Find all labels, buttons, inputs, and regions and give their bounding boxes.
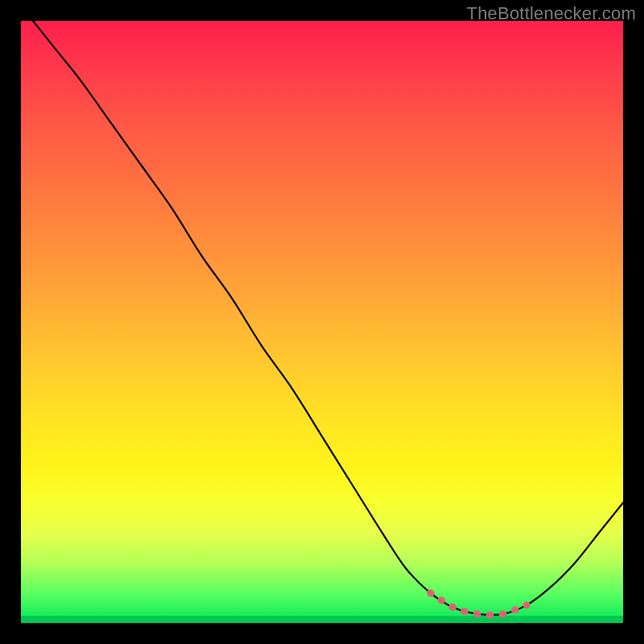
plot-frame bbox=[21, 21, 623, 623]
plot-area bbox=[21, 21, 623, 623]
chart-root: TheBottlenecker.com bbox=[0, 0, 644, 644]
attribution-text: TheBottlenecker.com bbox=[467, 3, 636, 24]
curve-svg bbox=[21, 21, 623, 623]
bottleneck-curve bbox=[33, 21, 623, 615]
